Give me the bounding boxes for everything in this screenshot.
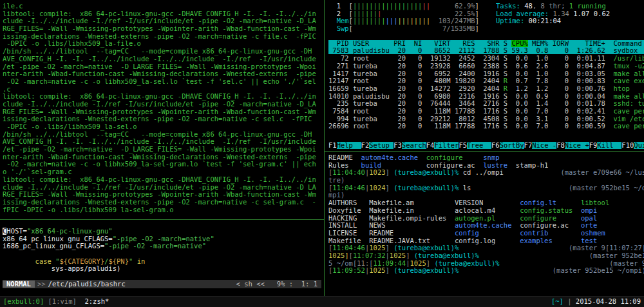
text-run: 2 [328,10,349,17]
terminal-line: libtool: compile: x86_64-pc-linux-gnu-gc… [3,10,324,18]
text-run: config.lt [520,199,581,206]
text-run: 235 tureba 20 0 76444 3464 2716 [328,100,504,107]
text-run: 0.62 [594,10,610,17]
text-run: cd ../ompi [459,169,504,176]
text-run: ; [561,3,569,10]
text-run: ||| [386,17,398,25]
terminal-line: 235 tureba 20 0 76444 3464 2716 S 0.0 1.… [328,100,644,108]
text-run: [~] [551,297,564,305]
text-run [500,260,610,267]
text-run: F3 [393,142,402,149]
terminal-line: issing-declarations -Wnested-externs -pi… [3,115,324,123]
terminal-line: Makefile README.JAVA.txt config.log exam… [328,237,644,245]
terminal-line: clude -I../../include -I./ref -I/usr/inc… [3,101,324,108]
text-run [3,258,35,265]
text-run: 14010 paludisbu 20 0 6980 2316 1916 [328,93,504,100]
terminal-line: -O2 -march=native -c -o libhx509_la-sel-… [3,161,324,168]
text-run: autogen.pl [455,215,520,222]
terminal-line: Tasks: 48, 8 thr; 1 running [496,3,610,10]
text-run: in [137,258,146,265]
text-run: 1023 [369,169,385,176]
text-run: 271 tureba 20 0 23928 6660 2388 [328,63,504,70]
text-run: |||||| [353,10,377,17]
terminal-line: -DPIC -o .libs/libhx509_la-file.o [3,40,324,48]
text-run: Setup [369,142,393,149]
text-run: Makefile.in [369,207,455,214]
text-run: (tureba@exbull)% [414,252,479,259]
terminal-line: 26696 root 20 0 118M 17788 1716 S 0.0 7.… [328,123,644,130]
text-run: AUTHORS [328,199,369,206]
text-run: (master 9 [609,260,644,267]
text-run: Search [402,142,426,149]
text-run: [11: [353,260,369,267]
text-run: ] [475,10,479,17]
text-run: 0.0 1.0 0 0:01.11 [507,55,613,62]
text-run: ] [386,169,394,176]
terminal-line: RGE_FILES= -Wall -Wmissing-prototypes -W… [3,25,324,33]
text-run: config [455,230,520,237]
htop-process-table[interactable]: PID USER PRI NI VIRT RES SHR S CPU% MEM%… [328,40,644,130]
terminal-line: libtool: compile: x86_64-pc-linux-gnu-gc… [3,93,324,101]
text-run: 7583 paludisbu 20 0 8652 2112 1788 S 59.… [328,47,644,54]
text-run: F8 [556,142,565,149]
text-run: CPU% [511,40,527,47]
vim-buffer[interactable]: CHOST="x86_64-pc-linux-gnu"x86_64_pc_lin… [3,220,324,273]
text-run: Swp [328,25,349,32]
tmux-panes: ile.clibtool: compile: x86_64-pc-linux-g… [0,0,644,296]
terminal-line: CHOST="x86_64-pc-linux-gnu" [3,228,324,235]
text-run: configure.ac [520,222,581,229]
tmux-session-and-window-list[interactable]: [exbull:0] [1:vim] 2:zsh* [3,298,109,306]
text-run: 1 [328,3,349,10]
text-run: Doxyfile [328,207,369,214]
terminal-line: AUTHORS Makefile.am VERSION config.lt li… [328,199,644,207]
htop-function-key-bar[interactable]: F1Help F2Setup F3SearchF4FilterF5Tree F6… [328,142,644,150]
terminal-line: o './'`sel-gram.c [3,168,324,176]
terminal-line: fPIC -DPIC -o .libs/libhx509_la-sel-gram… [3,206,324,214]
terminal-line: 12147 root 20 0 480M 19820 2404 R 0.7 7.… [328,77,644,85]
terminal-line: LICENSE README config contrib oshmem [328,230,644,237]
pane-shell[interactable]: README autom4te.cache configure snmpRule… [325,152,644,296]
text-run: 11:04:46 [332,244,365,252]
text-run: 1025 [390,252,406,259]
text-run: examples [520,237,581,244]
terminal-line: clude -I../../include -I./ref -I/usr/inc… [3,17,324,25]
text-run: [1:vim] [48,297,85,305]
text-run: 1024 [369,184,385,192]
text-run: ] [406,252,414,259]
text-run: |||||||| [353,17,386,25]
text-run: htop [614,85,630,92]
pane-build-log[interactable]: ile.clibtool: compile: x86_64-pc-linux-g… [0,0,324,219]
terminal-line: /et -pipe -O2 -march=native -D_LARGE_FIL… [3,63,324,71]
text-run: 8 thr [541,3,562,10]
text-run: Nice - [532,142,556,149]
pane-vim[interactable]: CHOST="x86_64-pc-linux-gnu"x86_64_pc_lin… [0,220,324,296]
text-run: Tree [467,142,491,149]
terminal-line: [11:04:46|1025] (tureba@exbull)% (master… [328,244,644,252]
text-run: 62.9% [455,3,475,10]
text-run: Load average: [496,10,553,17]
pane-htop[interactable]: 1 [||||||||||||||||||| 62.9%] 2 [|||||||… [325,0,644,151]
terminal-line: Load average: 1.34 1.07 0.62 [496,10,610,18]
text-run: 1025 [369,244,385,252]
text-run: (tureba@exbull)% [393,267,459,274]
text-run: test [581,237,597,244]
text-run: 5 ~/om [328,260,353,267]
text-run [459,244,569,252]
terminal-line: /bin/sh ../../libtool --tag=CC --mode=co… [3,48,324,55]
text-run [430,17,439,25]
text-run: 0.6 2.6 0 0:04.87 [507,63,613,70]
text-run: case [35,258,52,265]
text-run: 1025 [369,267,385,274]
terminal-line: RGE_FILES= -Wall -Wmissing-prototypes -W… [3,191,324,199]
text-run: || [422,3,430,10]
terminal-line: 7584 root 20 0 118M 17788 1716 S 0.0 7.0… [328,108,644,115]
text-run [479,252,589,259]
text-run: "x86_64-pc-linux-gnu" [27,228,113,235]
text-run: cave per [614,123,644,130]
text-run: (tureba@exbull)% [434,260,499,267]
text-run: "-pipe -O2 -march=native" [104,243,206,250]
terminal-line: 14010 paludisbu 20 0 6980 2316 1916 S 0.… [328,93,644,101]
terminal-line: ile.c [3,3,324,10]
text-run: ls [459,184,471,192]
text-run: INSTALL [328,222,369,229]
